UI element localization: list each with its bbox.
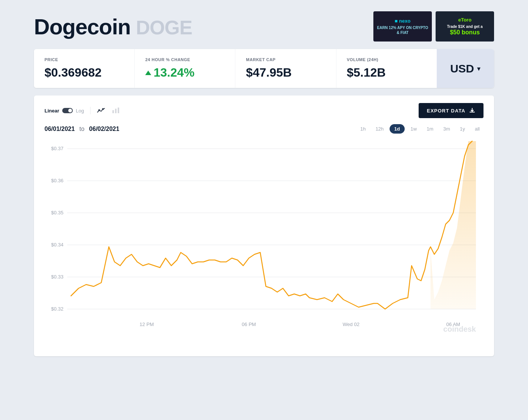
coin-name: Dogecoin [34, 14, 130, 39]
coindesk-watermark: coindesk [443, 325, 476, 334]
change-stat: 24 HOUR % CHANGE 13.24% [135, 49, 235, 88]
stats-bar: PRICE $0.369682 24 HOUR % CHANGE 13.24% … [34, 49, 494, 88]
date-to: 06/02/2021 [89, 126, 119, 132]
svg-rect-4 [118, 108, 119, 113]
time-filter-all[interactable]: all [471, 124, 483, 134]
price-label: PRICE [45, 57, 124, 62]
etoro-bonus: $50 bonus [450, 29, 480, 36]
time-filter-1m[interactable]: 1m [423, 124, 437, 134]
export-data-button[interactable]: EXPORT DATA [419, 103, 483, 118]
download-icon [469, 108, 475, 114]
price-stat: PRICE $0.369682 [34, 49, 135, 88]
svg-text:$0.34: $0.34 [51, 242, 64, 248]
volume-value: $5.12B [347, 66, 426, 80]
nexo-ad-text: EARN 12% APY ON CRYPTO & FIAT [376, 25, 429, 35]
nexo-logo: ■ nexo [395, 18, 411, 24]
svg-marker-17 [431, 141, 476, 309]
ad-banners: ■ nexo EARN 12% APY ON CRYPTO & FIAT eTo… [373, 11, 494, 42]
change-value: 13.24% [145, 66, 224, 80]
time-filter-12h[interactable]: 12h [372, 124, 388, 134]
time-filter-1h[interactable]: 1h [356, 124, 369, 134]
bar-chart-icon[interactable] [112, 107, 120, 114]
date-separator: to [80, 126, 84, 132]
linear-log-toggle-switch[interactable] [62, 108, 73, 113]
coin-symbol: DOGE [136, 16, 192, 39]
svg-text:Wed 02: Wed 02 [342, 322, 359, 327]
svg-text:06 PM: 06 PM [242, 322, 256, 327]
price-chart: $0.37 $0.36 $0.35 $0.34 $0.33 $0.32 [45, 137, 483, 349]
svg-text:$0.35: $0.35 [51, 210, 64, 215]
export-label: EXPORT DATA [427, 108, 465, 114]
chart-controls: Linear Log [45, 103, 483, 118]
volume-stat: VOLUME (24H) $5.12B [336, 49, 437, 88]
log-label: Log [76, 108, 84, 114]
etoro-logo: eToro [458, 17, 471, 23]
svg-point-1 [102, 108, 104, 110]
time-filters: 1h 12h 1d 1w 1m 3m 1y all [356, 124, 483, 134]
time-filter-1w[interactable]: 1w [407, 124, 421, 134]
page-header: Dogecoin DOGE ■ nexo EARN 12% APY ON CRY… [34, 11, 494, 42]
controls-separator [90, 107, 91, 114]
coin-title: Dogecoin DOGE [34, 14, 192, 39]
chart-wrapper: $0.37 $0.36 $0.35 $0.34 $0.33 $0.32 [45, 137, 483, 349]
svg-text:$0.36: $0.36 [51, 178, 64, 183]
line-chart-icon[interactable] [97, 107, 106, 114]
page-container: Dogecoin DOGE ■ nexo EARN 12% APY ON CRY… [34, 11, 494, 356]
change-label: 24 HOUR % CHANGE [145, 57, 224, 62]
change-number: 13.24% [153, 66, 195, 80]
currency-selector[interactable]: USD ▾ [437, 49, 494, 88]
currency-dropdown-icon: ▾ [477, 65, 480, 73]
linear-log-toggle[interactable]: Linear Log [45, 108, 84, 114]
chart-type-controls: Linear Log [45, 107, 120, 114]
time-filter-3m[interactable]: 3m [439, 124, 454, 134]
marketcap-stat: MARKET CAP $47.95B [235, 49, 336, 88]
currency-text: USD [450, 62, 474, 75]
etoro-ad-banner[interactable]: eToro Trade $1K and get a $50 bonus [436, 11, 494, 42]
chart-section: Linear Log [34, 95, 494, 356]
svg-text:$0.37: $0.37 [51, 146, 64, 151]
svg-text:$0.32: $0.32 [51, 306, 64, 312]
marketcap-value: $47.95B [246, 66, 325, 80]
date-range: 06/01/2021 to 06/02/2021 [45, 126, 119, 132]
time-filter-1y[interactable]: 1y [456, 124, 469, 134]
marketcap-label: MARKET CAP [246, 57, 325, 62]
date-from: 06/01/2021 [45, 126, 75, 132]
etoro-ad-text: Trade $1K and get a [447, 24, 482, 29]
time-filter-1d[interactable]: 1d [390, 124, 404, 134]
up-arrow-icon [145, 71, 151, 75]
volume-label: VOLUME (24H) [347, 57, 426, 62]
svg-text:$0.33: $0.33 [51, 274, 64, 280]
date-range-row: 06/01/2021 to 06/02/2021 1h 12h 1d 1w 1m… [45, 124, 483, 134]
svg-text:12 PM: 12 PM [140, 322, 154, 327]
svg-rect-2 [112, 110, 114, 113]
svg-rect-3 [115, 109, 117, 113]
nexo-ad-banner[interactable]: ■ nexo EARN 12% APY ON CRYPTO & FIAT [373, 11, 432, 42]
price-value: $0.369682 [45, 66, 124, 80]
svg-point-0 [98, 109, 100, 111]
linear-label: Linear [45, 108, 59, 114]
